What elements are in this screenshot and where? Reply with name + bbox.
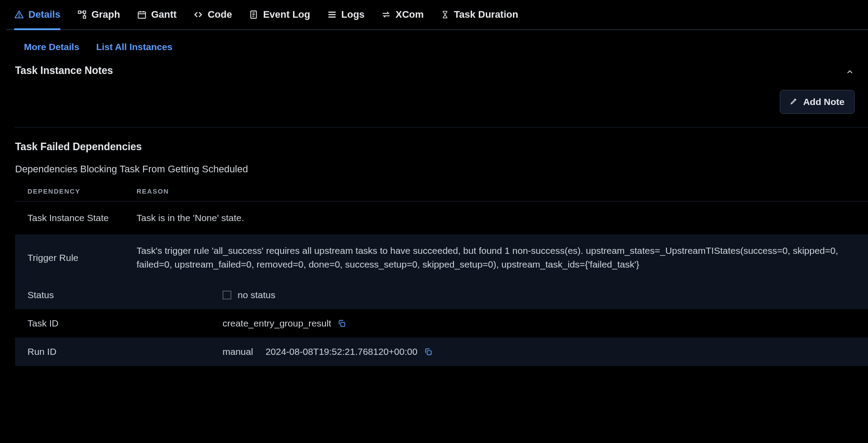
tab-graph[interactable]: Graph [77, 0, 120, 30]
add-note-button[interactable]: Add Note [780, 90, 855, 114]
document-list-icon [249, 10, 258, 19]
status-value: no status [238, 290, 275, 300]
dep-reason: Task is in the 'None' state. [124, 202, 868, 235]
tab-logs[interactable]: Logs [327, 0, 365, 30]
tab-label: Graph [91, 9, 120, 20]
dep-reason: Task's trigger rule 'all_success' requir… [124, 234, 868, 281]
run-id-prefix: manual [223, 346, 253, 357]
more-details-link[interactable]: More Details [24, 42, 79, 52]
tab-label: Logs [341, 9, 365, 20]
divider [15, 127, 868, 128]
svg-rect-4 [83, 16, 86, 19]
svg-rect-2 [78, 11, 81, 14]
task-notes-header[interactable]: Task Instance Notes [6, 62, 868, 84]
tab-details[interactable]: Details [14, 0, 60, 30]
kv-row-task-id: Task ID create_entry_group_result [15, 309, 868, 338]
tab-label: Details [28, 9, 60, 20]
menu-lines-icon [327, 10, 337, 19]
dep-col-dependency: DEPENDENCY [15, 183, 124, 202]
tab-label: Event Log [263, 9, 310, 20]
kv-row-status: Status no status [15, 281, 868, 309]
task-details-kv: Status no status Task ID create_entry_gr… [15, 281, 868, 366]
pencil-icon [790, 97, 798, 107]
dep-name: Trigger Rule [15, 234, 124, 281]
tab-code[interactable]: Code [193, 0, 232, 30]
svg-point-1 [19, 16, 19, 17]
table-row: Trigger Rule Task's trigger rule 'all_su… [15, 234, 868, 281]
dep-name: Task Instance State [15, 202, 124, 235]
task-id-value: create_entry_group_result [223, 318, 331, 329]
dep-col-reason: REASON [124, 183, 868, 202]
arrows-swap-icon [381, 10, 391, 19]
tab-label: Code [207, 9, 232, 20]
failed-deps-subtitle: Dependencies Blocking Task From Getting … [6, 160, 868, 183]
task-tabs: Details Graph Gantt Code Event Log [6, 0, 868, 30]
tab-gantt[interactable]: Gantt [137, 0, 176, 30]
tab-label: XCom [395, 9, 424, 20]
copy-icon[interactable] [337, 319, 346, 328]
copy-icon[interactable] [424, 347, 433, 356]
tab-task-duration[interactable]: Task Duration [441, 0, 518, 30]
kv-row-run-id: Run ID manual 2024-08-08T19:52:21.768120… [15, 338, 868, 366]
run-id-value: 2024-08-08T19:52:21.768120+00:00 [266, 346, 418, 357]
sub-links-row: More Details List All Instances [6, 30, 868, 62]
status-square-icon [223, 291, 231, 299]
code-brackets-icon [193, 10, 203, 19]
tab-xcom[interactable]: XCom [381, 0, 424, 30]
list-all-instances-link[interactable]: List All Instances [96, 42, 172, 52]
svg-rect-17 [427, 351, 431, 355]
calendar-icon [137, 10, 147, 19]
add-note-label: Add Note [803, 97, 845, 107]
kv-key: Task ID [27, 318, 223, 329]
failed-deps-title: Task Failed Dependencies [6, 138, 868, 160]
dependencies-table: DEPENDENCY REASON Task Instance State Ta… [15, 183, 868, 281]
tab-label: Gantt [151, 9, 176, 20]
warning-triangle-icon [14, 10, 24, 19]
chevron-up-icon [846, 68, 856, 78]
svg-rect-3 [83, 11, 86, 14]
kv-key: Run ID [27, 346, 223, 357]
task-notes-title: Task Instance Notes [6, 62, 121, 84]
tab-event-log[interactable]: Event Log [249, 0, 310, 30]
table-row: Task Instance State Task is in the 'None… [15, 202, 868, 235]
svg-rect-16 [341, 323, 345, 326]
svg-rect-5 [138, 12, 146, 19]
graph-nodes-icon [77, 10, 87, 19]
hourglass-icon [441, 10, 450, 19]
kv-key: Status [27, 290, 223, 300]
tab-label: Task Duration [454, 9, 518, 20]
